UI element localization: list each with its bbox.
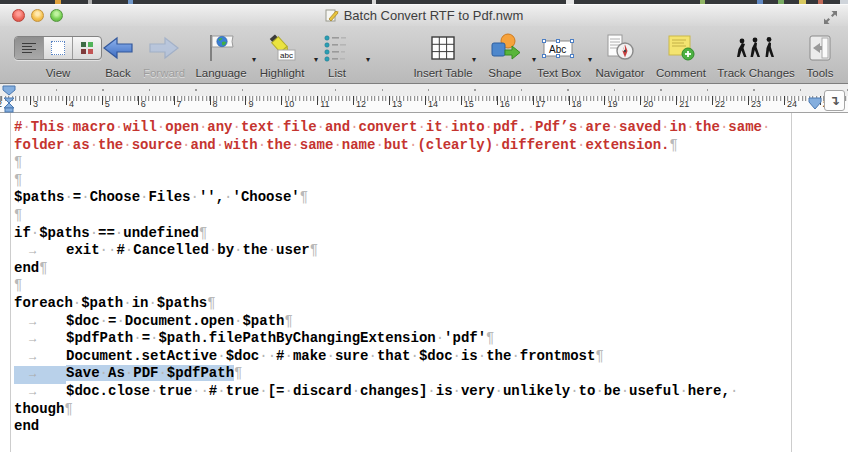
- comment-text: #·This·macro·will·open·any·text·file·and…: [14, 119, 770, 135]
- code-text: end: [14, 260, 39, 276]
- ruler-tick: [425, 96, 426, 105]
- ruler-tick: [281, 96, 282, 105]
- code-line[interactable]: #·This·macro·will·open·any·text·file·and…: [14, 119, 848, 137]
- code-line[interactable]: →$doc·=·Document.open·$path¶: [14, 313, 848, 331]
- code-line[interactable]: →Document.setActive·$doc··#·make·sure·th…: [14, 348, 848, 366]
- toolbar-label-text-box: Text Box: [528, 67, 590, 79]
- code-text: Save·As·PDF·$pdfPath: [66, 365, 234, 381]
- right-indent-marker[interactable]: [808, 96, 822, 114]
- title-bar[interactable]: Batch Convert RTF to Pdf.nwm: [0, 4, 848, 26]
- toolbar-button-shape[interactable]: ▾ Shape: [478, 30, 532, 82]
- pilcrow-invisible-glyph: ¶: [207, 295, 215, 311]
- code-line[interactable]: →$doc.close·true··#·true·[=·discard·chan…: [14, 383, 848, 401]
- ruler-tick: [66, 96, 67, 105]
- toolbar-view-control[interactable]: View: [12, 30, 104, 82]
- ruler-scale[interactable]: 2345678910111213141516171819202122232425: [0, 96, 848, 112]
- toolbar-button-text-box[interactable]: Abc ▾ Text Box: [528, 30, 590, 82]
- ruler-number: 6: [141, 99, 146, 109]
- code-line[interactable]: ¶: [14, 277, 848, 295]
- highlight-icon: abc ▾: [252, 30, 312, 66]
- pilcrow-invisible-glyph: ¶: [64, 401, 72, 417]
- ruler[interactable]: 2345678910111213141516171819202122232425…: [0, 84, 848, 113]
- toolbar-button-language[interactable]: ▾ Language: [190, 30, 252, 82]
- code-text: $doc.close·true··#·true·[=·discard·chang…: [66, 383, 738, 399]
- toolbar-label-highlight: Highlight: [252, 67, 312, 79]
- toolbar-button-navigator[interactable]: Navigator: [588, 30, 652, 82]
- highlight-abc-text: abc: [280, 51, 293, 60]
- ruler-tick: [497, 96, 498, 105]
- code-line[interactable]: →exit··#·Cancelled·by·the·user¶: [14, 242, 848, 260]
- toolbar: View Back Forward: [0, 26, 848, 84]
- tab-invisible-glyph: →: [14, 349, 66, 367]
- pilcrow-invisible-glyph: ¶: [14, 154, 22, 170]
- code-line[interactable]: though¶: [14, 401, 848, 419]
- toolbar-label-track-changes: Track Changes: [712, 67, 800, 79]
- code-line[interactable]: end: [14, 418, 848, 436]
- toolbar-button-highlight[interactable]: abc ▾ Highlight: [252, 30, 312, 82]
- page-view-segment[interactable]: [44, 37, 73, 59]
- chevron-down-icon: ▾: [366, 55, 370, 64]
- ruler-number: 19: [607, 99, 617, 109]
- ruler-tick: [210, 96, 211, 105]
- ruler-tick: [138, 96, 139, 105]
- navigator-icon: [588, 30, 652, 66]
- toolbar-button-comment[interactable]: Comment: [650, 30, 712, 82]
- ruler-tick: [640, 96, 641, 105]
- toolbar-button-tools[interactable]: Tools: [798, 30, 842, 82]
- code-text: Document.setActive·$doc··#·make·sure·tha…: [66, 348, 595, 364]
- ruler-number: 20: [643, 99, 653, 109]
- code-line[interactable]: $paths·=·Choose·Files·'',·'Choose'¶: [14, 189, 848, 207]
- window-title: Batch Convert RTF to Pdf.nwm: [344, 8, 524, 23]
- toolbar-label-language: Language: [190, 67, 252, 79]
- code-line[interactable]: →Save·As·PDF·$pdfPath¶: [14, 365, 848, 383]
- toolbar-button-list[interactable]: ▾ List: [312, 30, 362, 82]
- toolbar-label-back: Back: [96, 67, 140, 79]
- toolbar-button-insert-table[interactable]: ▾ Insert Table: [398, 30, 488, 82]
- code-text: $paths·=·Choose·Files·'',·'Choose': [14, 189, 300, 205]
- ruler-number: 3: [33, 99, 38, 109]
- toolbar-button-track-changes[interactable]: Track Changes: [712, 30, 800, 82]
- toolbar-button-forward[interactable]: Forward: [140, 30, 188, 82]
- ruler-number: 16: [500, 99, 510, 109]
- back-icon: [96, 30, 140, 66]
- toolbar-button-back[interactable]: Back: [96, 30, 140, 82]
- tab-invisible-glyph: →: [14, 243, 66, 261]
- pilcrow-invisible-glyph: ¶: [486, 330, 494, 346]
- code-line[interactable]: end¶: [14, 260, 848, 278]
- ruler-tick: [30, 96, 31, 105]
- ruler-number: 7: [177, 99, 182, 109]
- ruler-tick: [245, 96, 246, 105]
- code-line[interactable]: foreach·$path·in·$paths¶: [14, 295, 848, 313]
- ruler-number: 4: [69, 99, 74, 109]
- ruler-tick: [461, 96, 462, 105]
- ruler-tick: [784, 96, 785, 105]
- pilcrow-invisible-glyph: ¶: [284, 313, 292, 329]
- ruler-number: 14: [428, 99, 438, 109]
- shape-icon: ▾: [478, 30, 532, 66]
- tab-type-selector[interactable]: ↴: [824, 90, 845, 111]
- code-line[interactable]: →$pdfPath·=·$path.filePathByChangingExte…: [14, 330, 848, 348]
- editor-lines[interactable]: #·This·macro·will·open·any·text·file·and…: [14, 119, 848, 436]
- code-line[interactable]: if·$paths·==·undefined¶: [14, 225, 848, 243]
- tab-stop-strip[interactable]: [0, 84, 848, 96]
- ruler-tick: [748, 96, 749, 105]
- code-line[interactable]: folder·as·the·source·and·with·the·same·n…: [14, 137, 848, 155]
- left-margin-guide: [10, 113, 11, 452]
- code-text: exit··#·Cancelled·by·the·user: [66, 242, 310, 258]
- ruler-tick: [569, 96, 570, 105]
- pilcrow-invisible-glyph: ¶: [670, 137, 678, 153]
- pilcrow-invisible-glyph: ¶: [300, 189, 308, 205]
- ruler-tick: [353, 96, 354, 105]
- code-line[interactable]: ¶: [14, 154, 848, 172]
- toolbar-label-tools: Tools: [798, 67, 842, 79]
- code-line[interactable]: ¶: [14, 207, 848, 225]
- draft-view-segment[interactable]: [15, 37, 44, 59]
- editor-content[interactable]: #·This·macro·will·open·any·text·file·and…: [0, 113, 848, 452]
- toolbar-label-view: View: [12, 67, 104, 79]
- comment-text: folder·as·the·source·and·with·the·same·n…: [14, 137, 670, 153]
- toolbar-label-shape: Shape: [478, 67, 532, 79]
- code-text: foreach·$path·in·$paths: [14, 295, 207, 311]
- code-line[interactable]: ¶: [14, 172, 848, 190]
- window-title-area: Batch Convert RTF to Pdf.nwm: [0, 8, 848, 25]
- pilcrow-invisible-glyph: ¶: [310, 242, 318, 258]
